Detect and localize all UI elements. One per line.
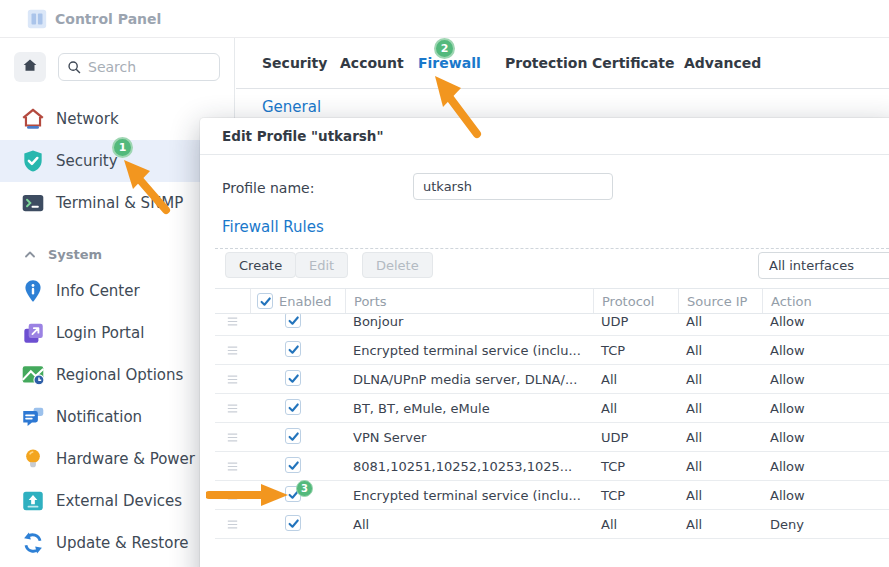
sidebar-item-label: Terminal & SNMP	[56, 194, 183, 212]
enabled-checkbox[interactable]	[285, 341, 301, 357]
info-pin-icon	[20, 278, 46, 304]
delete-button[interactable]: Delete	[362, 252, 433, 278]
search-input[interactable]	[88, 59, 211, 75]
source-ip-cell: All	[678, 401, 762, 416]
search-box[interactable]	[58, 53, 220, 81]
dialog-title: Edit Profile "utkarsh"	[222, 128, 384, 144]
firewall-rules-title: Firewall Rules	[222, 218, 324, 236]
profile-name-input[interactable]	[413, 173, 613, 200]
drag-handle-icon	[225, 430, 240, 445]
drag-handle[interactable]	[215, 488, 250, 503]
drag-handle[interactable]	[215, 314, 250, 329]
drag-handle-icon	[225, 517, 240, 532]
ports-column-header: Ports	[345, 289, 593, 313]
dashed-divider	[215, 248, 889, 249]
home-button[interactable]	[14, 52, 46, 82]
source-ip-cell: All	[678, 343, 762, 358]
chevron-up-icon	[22, 247, 38, 261]
enabled-checkbox[interactable]	[285, 399, 301, 415]
action-cell: Allow	[762, 314, 889, 329]
protocol-cell: TCP	[593, 459, 678, 474]
enabled-checkbox[interactable]	[285, 428, 301, 444]
edit-button[interactable]: Edit	[295, 252, 348, 278]
tab-advanced[interactable]: Advanced	[684, 55, 761, 71]
circular-arrows-icon	[20, 530, 46, 556]
action-cell: Deny	[762, 517, 889, 532]
drag-handle-icon	[225, 372, 240, 387]
drag-handle[interactable]	[215, 343, 250, 358]
edit-profile-dialog: Edit Profile "utkarsh" Profile name: Fir…	[200, 118, 889, 567]
drag-handle[interactable]	[215, 459, 250, 474]
action-cell: Allow	[762, 401, 889, 416]
step-badge-1: 1	[112, 137, 133, 158]
drag-handle-icon	[225, 459, 240, 474]
table-row[interactable]: All All All Deny	[215, 510, 889, 539]
enabled-checkbox[interactable]	[285, 314, 301, 328]
sidebar-item-label: Regional Options	[56, 366, 183, 384]
tab-divider	[236, 88, 889, 89]
firewall-rules-table: Enabled Ports Protocol Source IP Action	[215, 288, 889, 554]
home-icon	[21, 56, 39, 78]
ports-cell: Encrypted terminal service (inclu...	[345, 488, 593, 503]
create-button[interactable]: Create	[225, 252, 296, 278]
house-network-icon	[20, 106, 46, 132]
drag-handle[interactable]	[215, 401, 250, 416]
source-ip-cell: All	[678, 372, 762, 387]
protocol-cell: All	[593, 517, 678, 532]
drag-handle[interactable]	[215, 430, 250, 445]
source-ip-cell: All	[678, 488, 762, 503]
drive-eject-icon	[20, 488, 46, 514]
table-row[interactable]: Encrypted terminal service (inclu... TCP…	[215, 336, 889, 365]
select-all-checkbox[interactable]	[257, 293, 273, 309]
protocol-column-header: Protocol	[593, 289, 678, 313]
enabled-column-header: Enabled	[250, 289, 345, 313]
source-ip-column-header: Source IP	[678, 289, 762, 313]
drag-handle[interactable]	[215, 517, 250, 532]
interface-filter-select[interactable]: All interfaces	[758, 252, 889, 279]
enabled-checkbox[interactable]: 3	[285, 486, 301, 502]
table-row[interactable]: 8081,10251,10252,10253,1025... TCP All A…	[215, 452, 889, 481]
general-section-link[interactable]: General	[262, 98, 321, 116]
ports-cell: DLNA/UPnP media server, DLNA/...	[345, 372, 593, 387]
enabled-checkbox[interactable]	[285, 370, 301, 386]
table-row[interactable]: 3 Encrypted terminal service (inclu... T…	[215, 481, 889, 510]
step-badge-2: 2	[434, 38, 455, 59]
map-clock-icon	[20, 362, 46, 388]
ports-cell: BT, BT, eMule, eMule	[345, 401, 593, 416]
tab-certificate[interactable]: Certificate	[592, 55, 674, 71]
profile-name-label: Profile name:	[222, 180, 314, 196]
portal-squares-icon	[20, 320, 46, 346]
sidebar-item-label: Network	[56, 110, 119, 128]
drag-handle-icon	[225, 343, 240, 358]
ports-cell: 8081,10251,10252,10253,1025...	[345, 459, 593, 474]
tab-protection[interactable]: Protection	[505, 55, 587, 71]
action-cell: Allow	[762, 459, 889, 474]
lightbulb-icon	[20, 446, 46, 472]
window-title: Control Panel	[55, 11, 161, 27]
action-cell: Allow	[762, 372, 889, 387]
source-ip-cell: All	[678, 430, 762, 445]
tab-account[interactable]: Account	[340, 55, 404, 71]
table-row[interactable]: BT, BT, eMule, eMule All All Allow	[215, 394, 889, 423]
terminal-icon	[20, 190, 46, 216]
table-row[interactable]: Bonjour UDP All Allow	[215, 314, 889, 336]
action-cell: Allow	[762, 488, 889, 503]
sidebar-item-label: Update & Restore	[56, 534, 188, 552]
control-panel-icon	[26, 8, 48, 30]
drag-handle-icon	[225, 314, 240, 329]
table-row[interactable]: VPN Server UDP All Allow	[215, 423, 889, 452]
protocol-cell: TCP	[593, 488, 678, 503]
ports-cell: All	[345, 517, 593, 532]
enabled-checkbox[interactable]	[285, 515, 301, 531]
enabled-checkbox[interactable]	[285, 457, 301, 473]
protocol-cell: All	[593, 372, 678, 387]
source-ip-cell: All	[678, 314, 762, 329]
sidebar-item-label: Hardware & Power	[56, 450, 195, 468]
protocol-cell: UDP	[593, 314, 678, 329]
table-row[interactable]: DLNA/UPnP media server, DLNA/... All All…	[215, 365, 889, 394]
section-label: System	[48, 247, 102, 262]
tab-security[interactable]: Security	[262, 55, 327, 71]
column-label: Enabled	[279, 294, 332, 309]
drag-handle[interactable]	[215, 372, 250, 387]
source-ip-cell: All	[678, 459, 762, 474]
